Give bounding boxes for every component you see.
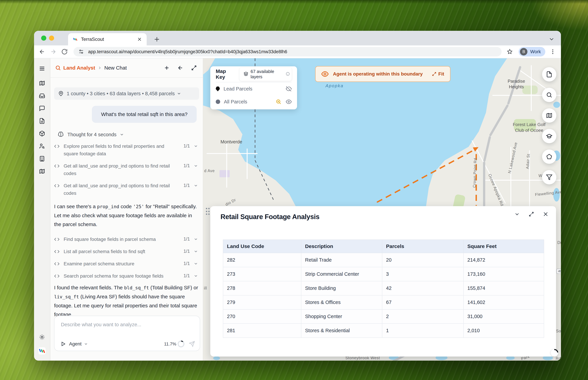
chevron-down-icon <box>194 237 198 241</box>
tool-call-row[interactable]: Get all land_use and prop_ind options to… <box>54 182 199 197</box>
agent-mode-selector[interactable]: Agent <box>69 341 81 347</box>
chat-input[interactable]: Describe what you want to analyze... Age… <box>54 316 200 351</box>
new-tab-button[interactable] <box>153 36 161 43</box>
brain-icon <box>57 131 64 138</box>
tool-call-count: 1/1 <box>183 273 190 278</box>
layer-name: All Parcels <box>224 99 247 105</box>
table-row[interactable]: 279Stores & Offices67141,602 <box>223 295 544 309</box>
table-row[interactable]: 273Strip Commercial Center3173,160 <box>223 267 544 281</box>
drag-handle[interactable] <box>206 208 211 215</box>
tab-list-chevron-icon[interactable] <box>548 36 555 42</box>
input-placeholder: Describe what you want to analyze... <box>61 322 141 327</box>
sidebar-chat-icon[interactable] <box>39 105 45 112</box>
column-header: Description <box>301 240 382 253</box>
table-row[interactable]: 282Retail Trade20214,872 <box>223 253 544 267</box>
close-panel-icon[interactable] <box>543 211 549 217</box>
new-chat-button[interactable] <box>164 65 170 71</box>
tool-call-row[interactable]: Get all land_use and prop_ind options to… <box>54 162 199 177</box>
analysis-panel: Retail Square Footage Analysis Land Use … <box>210 206 556 357</box>
table-row[interactable]: 270Shopping Center231,000 <box>223 309 544 323</box>
theme-toggle-sun-icon[interactable] <box>39 334 45 340</box>
chevron-down-icon <box>177 91 181 96</box>
context-usage-ring <box>178 341 184 347</box>
zoom-to-layer-icon[interactable] <box>276 99 281 105</box>
map-label-water: Apopka <box>325 83 343 88</box>
tool-call-row[interactable]: Explore parcel fields to find retail pro… <box>54 143 199 157</box>
menu-icon[interactable] <box>39 65 45 72</box>
tool-call-count: 1/1 <box>183 261 190 266</box>
map-tool-report-button[interactable] <box>542 67 556 81</box>
sidebar-basemap-icon[interactable] <box>39 168 45 174</box>
sidebar-cube-icon[interactable] <box>39 131 45 137</box>
map-tool-draw-polygon-button[interactable] <box>542 150 556 164</box>
tool-call-row[interactable]: Examine parcel schema structure 1/1 <box>54 260 199 267</box>
map-tool-basemap-button[interactable] <box>542 108 556 123</box>
browser-profile-chip[interactable]: B Work <box>519 47 545 57</box>
table-row[interactable]: 278Store Building42155,874 <box>223 281 544 295</box>
expand-panel-icon[interactable] <box>529 211 534 217</box>
chat-back-button[interactable] <box>177 65 183 71</box>
forward-button[interactable] <box>50 48 57 55</box>
app-sidebar-rail <box>34 58 50 361</box>
table-row[interactable]: 281Stores & Residential12,010 <box>223 323 544 338</box>
available-layers-chip[interactable]: 67 available layers <box>240 68 292 81</box>
map-label-town: Montverde <box>221 139 242 145</box>
chevron-down-icon <box>194 262 198 266</box>
road <box>207 153 258 154</box>
fit-label: Fit <box>438 71 444 77</box>
eye-off-icon[interactable] <box>286 86 292 92</box>
sidebar-map-icon[interactable] <box>39 80 45 86</box>
street-label: Dr <box>557 240 561 245</box>
tool-call-count: 1/1 <box>183 249 190 254</box>
chat-panel: Land Analyst New Chat <box>50 58 203 361</box>
pond <box>553 102 560 108</box>
minimize-window-button[interactable] <box>49 36 54 41</box>
cell: Stores & Offices <box>301 295 382 309</box>
map-context-pill[interactable]: 1 county • 3 cities • 63 data layers • 8… <box>54 87 199 100</box>
layers-icon <box>244 72 248 77</box>
zoom-window-button[interactable] <box>41 36 46 41</box>
breadcrumb-agent[interactable]: Land Analyst <box>63 65 95 71</box>
tool-call-row[interactable]: List all parcel schema fields to find sq… <box>54 248 199 255</box>
inline-code: prop_ind <box>97 204 119 209</box>
sidebar-building-icon[interactable] <box>39 156 45 162</box>
tool-call-label: Find square footage fields in parcel sch… <box>64 236 177 243</box>
cell: 281 <box>223 323 301 338</box>
map-tool-filter-button[interactable] <box>542 170 556 184</box>
tool-call-row[interactable]: Find square footage fields in parcel sch… <box>54 236 199 243</box>
eye-icon[interactable] <box>286 99 292 105</box>
sidebar-user-search-icon[interactable] <box>39 143 45 149</box>
info-icon[interactable] <box>286 72 290 76</box>
window-controls[interactable] <box>41 36 54 41</box>
fit-boundary-button[interactable]: Fit <box>430 71 444 77</box>
browser-menu-icon[interactable] <box>550 49 556 55</box>
tool-call-label: Get all land_use and prop_ind options to… <box>64 162 177 177</box>
url-bar[interactable]: app.terrascout.ai/map/document/v4lrq5sb0… <box>74 47 502 57</box>
map-canvas[interactable]: Apopka Montverde ParadiseHeights Forest … <box>203 58 561 361</box>
location-pin-icon <box>58 91 64 96</box>
tab-close-icon[interactable] <box>137 37 142 42</box>
tool-call-row[interactable]: Search parcel schema for square footage … <box>54 272 199 280</box>
code-icon <box>54 273 59 279</box>
reload-button[interactable] <box>61 48 68 55</box>
send-icon[interactable] <box>189 341 195 347</box>
map-label-town: ParadiseHeights <box>498 78 534 90</box>
cell: 141,602 <box>463 295 544 309</box>
cell: 42 <box>382 281 463 295</box>
sidebar-inbox-icon[interactable] <box>39 93 45 99</box>
layer-row-all-parcels: All Parcels <box>216 95 292 108</box>
pin-swatch <box>216 86 220 91</box>
bookmark-star-icon[interactable] <box>507 49 513 55</box>
map-tool-learn-button[interactable] <box>542 129 556 143</box>
thought-row[interactable]: Thought for 4 seconds <box>54 131 199 138</box>
expand-chat-icon[interactable] <box>191 65 197 71</box>
browser-tab[interactable]: TerraScout <box>68 33 147 45</box>
collapse-panel-icon[interactable] <box>514 211 520 217</box>
chevron-down-icon[interactable] <box>84 342 88 346</box>
sidebar-document-icon[interactable] <box>39 118 45 124</box>
desktop-wallpaper: TerraScout app.terrascout.ai/map/documen… <box>0 0 588 380</box>
terrascout-favicon-icon <box>73 37 78 42</box>
map-tool-search-button[interactable] <box>542 88 556 102</box>
site-settings-icon[interactable] <box>78 49 84 55</box>
back-button[interactable] <box>39 48 45 55</box>
